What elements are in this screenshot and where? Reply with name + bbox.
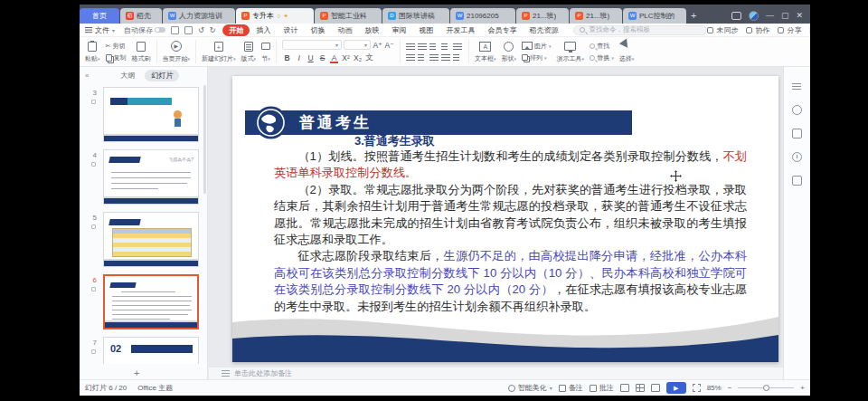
slide-sorter-view-button[interactable] <box>636 384 645 392</box>
resource-panel-icon[interactable] <box>792 129 802 138</box>
strikethrough-button[interactable]: S <box>317 53 327 62</box>
reading-view-button[interactable] <box>651 384 660 392</box>
distribute-icon[interactable] <box>453 53 463 62</box>
tab-doc-6[interactable]: P21...班) <box>570 8 622 24</box>
panel-scrollbar[interactable] <box>203 85 206 194</box>
collapse-panel-icon[interactable]: « <box>80 72 94 80</box>
arrange-button[interactable]: 排列▾ <box>522 53 552 62</box>
find-button[interactable]: 查找 <box>590 42 614 51</box>
collaborate-button[interactable]: 协作 <box>746 25 769 35</box>
present-tools-button[interactable]: 演示工具▾ <box>557 41 585 63</box>
save-icon[interactable] <box>171 26 179 34</box>
replace-button[interactable]: 替换▾ <box>590 53 614 62</box>
fit-to-window-icon[interactable] <box>693 384 701 392</box>
close-button[interactable]: ✕ <box>796 12 803 20</box>
tab-doc-4[interactable]: W21096205 <box>450 8 515 24</box>
font-size-select[interactable]: ▾ <box>344 40 371 50</box>
add-slide-button[interactable]: + <box>134 368 139 378</box>
slide-thumbnail-5[interactable] <box>103 212 199 267</box>
increase-indent-icon[interactable] <box>441 43 451 51</box>
maximize-button[interactable]: ▢ <box>781 12 789 20</box>
new-tab-button[interactable]: + <box>691 10 696 21</box>
zoom-slider-knob[interactable] <box>763 385 769 391</box>
layout-button[interactable]: 版式▾ <box>241 41 257 63</box>
ribbon-tab-animation[interactable]: 动画 <box>331 24 358 36</box>
tab-doc-3[interactable]: D国际班讲稿 <box>382 8 449 24</box>
panel-tab-slides[interactable]: 幻灯片 <box>145 70 179 81</box>
file-menu[interactable]: 文件▾ <box>80 25 120 35</box>
beautify-panel-icon[interactable] <box>792 105 802 115</box>
panel-tab-outline[interactable]: 大纲 <box>114 70 141 81</box>
tab-docer[interactable]: 稻稻壳 <box>120 8 162 24</box>
export-panel-icon[interactable] <box>792 176 802 186</box>
tab-close-icon[interactable]: ○ <box>277 13 280 19</box>
ribbon-tab-view[interactable]: 视图 <box>412 24 439 36</box>
notes-button[interactable]: 备注 <box>559 383 583 393</box>
autosave-toggle[interactable]: 自动保存 <box>124 25 165 35</box>
increase-font-icon[interactable]: A⁺ <box>373 41 382 50</box>
section-button[interactable]: 节▾ <box>261 41 270 63</box>
subscript-button[interactable]: X₂ <box>353 53 363 62</box>
shapes-button[interactable]: 形状▾ <box>502 41 517 63</box>
new-slide-button[interactable]: +新建幻灯片▾ <box>202 41 236 63</box>
align-center-icon[interactable] <box>418 53 428 62</box>
ribbon-tab-transition[interactable]: 切换 <box>304 24 331 36</box>
format-painter-button[interactable]: 格式刷 <box>132 41 151 63</box>
notes-bar[interactable]: 单击此处添加备注 <box>209 367 783 379</box>
align-left-icon[interactable] <box>406 53 416 62</box>
font-name-select[interactable]: ▾ <box>282 40 342 50</box>
slide-canvas[interactable]: 普通考生 3.普通考生录取 （1）划线。按照普通考生招生计划数和考生的成绩划定各… <box>232 76 778 362</box>
decrease-indent-icon[interactable] <box>429 43 439 51</box>
ribbon-tab-start[interactable]: 开始 <box>222 24 250 36</box>
zoom-out-button[interactable]: − <box>728 384 732 392</box>
ribbon-tab-slideshow[interactable]: 放映 <box>358 24 385 36</box>
slide-thumbnail-6-selected[interactable] <box>103 274 199 329</box>
ribbon-tab-review[interactable]: 审阅 <box>385 24 412 36</box>
cut-button[interactable]: ✂剪切 <box>106 42 127 51</box>
ribbon-tab-member[interactable]: 会员专享 <box>481 24 523 36</box>
zoom-percentage[interactable]: 85% <box>707 384 722 392</box>
redo-icon[interactable]: ↻ <box>210 26 216 34</box>
bold-button[interactable]: B <box>282 53 292 62</box>
textbox-button[interactable]: A文本框▾ <box>475 41 496 63</box>
select-button[interactable]: 选择▾ <box>619 41 635 63</box>
tab-doc-5[interactable]: P21...班) <box>516 8 569 24</box>
print-icon[interactable] <box>184 26 193 34</box>
command-search-input[interactable]: 查找命令，搜索模板 <box>573 25 707 35</box>
comments-button[interactable]: 批注 <box>590 383 614 393</box>
play-slideshow-button[interactable]: ▶ <box>666 382 686 394</box>
ribbon-tab-devtools[interactable]: 开发工具 <box>439 24 481 36</box>
font-color-button[interactable]: A <box>329 53 339 62</box>
outline-panel-icon[interactable] <box>792 81 802 91</box>
slide-thumbnail-4[interactable]: 飞得高不高? <box>103 149 199 205</box>
tab-doc-active[interactable]: P专升本○✦ <box>236 8 314 24</box>
avatar[interactable] <box>749 11 759 21</box>
tab-doc-7[interactable]: WPLC控制的 <box>623 8 686 24</box>
minimize-button[interactable]: — <box>766 12 774 20</box>
tab-doc-1[interactable]: W人力资源培训 <box>163 8 235 24</box>
bullet-list-icon[interactable] <box>406 43 416 51</box>
picture-button[interactable]: 图片▾ <box>522 42 552 51</box>
zoom-in-button[interactable]: + <box>800 384 805 392</box>
undo-icon[interactable]: ↺ <box>198 26 204 34</box>
underline-button[interactable]: U <box>306 53 316 62</box>
align-right-icon[interactable] <box>429 53 439 62</box>
decrease-font-icon[interactable]: A⁻ <box>384 41 394 50</box>
sync-status[interactable]: 未同步 <box>707 25 738 35</box>
text-effect-button[interactable]: 文 <box>364 53 374 63</box>
tab-doc-2[interactable]: P智能工业科 <box>315 8 382 24</box>
ribbon-tab-design[interactable]: 设计 <box>277 24 304 36</box>
copy-button[interactable]: 复制 <box>106 53 127 62</box>
history-panel-icon[interactable] <box>792 152 802 162</box>
normal-view-button[interactable] <box>620 384 629 392</box>
zoom-slider[interactable] <box>738 387 794 388</box>
beautify-button[interactable]: 智能美化▾ <box>508 383 552 393</box>
superscript-button[interactable]: X² <box>341 53 351 62</box>
slide-thumbnail-7[interactable]: 02 <box>103 337 199 364</box>
tab-home[interactable]: 首页 <box>80 8 119 24</box>
play-from-current-button[interactable]: ▶当页开始▾ <box>163 41 191 63</box>
ribbon-tab-insert[interactable]: 插入 <box>250 24 277 36</box>
justify-icon[interactable] <box>441 53 451 62</box>
italic-button[interactable]: I <box>294 53 304 62</box>
line-spacing-icon[interactable] <box>453 43 463 51</box>
